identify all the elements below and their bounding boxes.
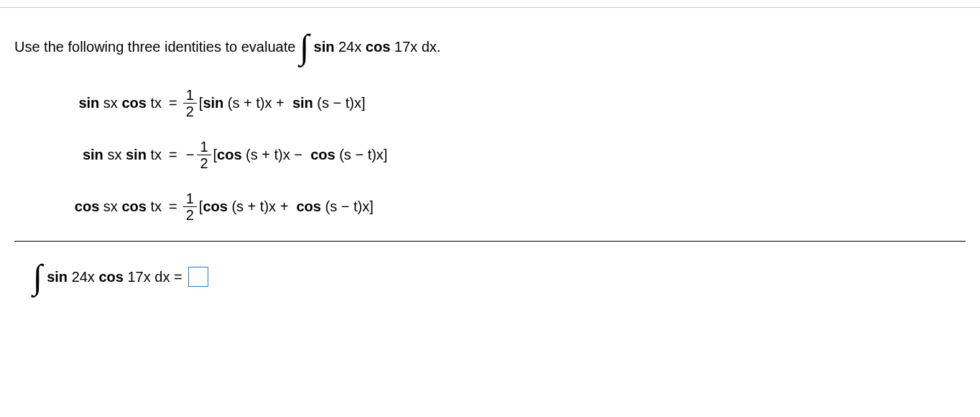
rhs-arg1: (s + t)x	[246, 147, 290, 162]
equals-sign: =	[169, 147, 177, 163]
equals-sign: =	[169, 198, 177, 215]
lhs-fn2: cos	[121, 95, 146, 111]
lhs-mid1: sx	[103, 95, 118, 111]
prompt-fn-sin: sin	[314, 39, 335, 55]
one-half-fraction: 1 2	[183, 191, 197, 222]
rhs-arg2: (s − t)x	[317, 95, 361, 111]
answer-dx: dx	[154, 269, 170, 285]
answer-fn-cos: cos	[98, 269, 123, 285]
rhs-fn1: cos	[203, 198, 227, 214]
fraction-denominator: 2	[183, 207, 197, 222]
rhs-op: +	[280, 198, 289, 214]
answer-arg-24x: 24x	[72, 269, 95, 285]
lhs-mid2: tx	[150, 198, 162, 214]
prompt-integrand: sin 24x cos 17x dx.	[314, 39, 441, 55]
answer-input[interactable]	[188, 267, 208, 287]
lhs-fn1: cos	[75, 198, 99, 214]
lhs-fn2: cos	[121, 198, 146, 214]
prompt-arg-24x: 24x	[338, 39, 361, 55]
rhs-fn1: sin	[203, 95, 223, 111]
one-half-fraction: 1 2	[197, 139, 211, 170]
identity-row: sin sx sin tx = − 1 2 [cos (s + t)x − co…	[47, 137, 966, 172]
fraction-numerator: 1	[197, 139, 211, 155]
rhs-arg1: (s + t)x	[231, 198, 276, 214]
prompt-line: Use the following three identities to ev…	[14, 29, 966, 64]
integral-icon: ∫	[300, 29, 309, 64]
identity-rhs: [cos (s + t)x + cos (s − t)x]	[199, 198, 374, 215]
fraction-denominator: 2	[183, 104, 197, 119]
answer-arg-17x: 17x	[127, 269, 150, 285]
lhs-mid2: tx	[150, 147, 162, 162]
identity-lhs: sin sx cos tx	[47, 95, 162, 111]
identity-rhs: [sin (s + t)x + sin (s − t)x]	[199, 95, 366, 111]
rhs-arg1: (s + t)x	[228, 95, 272, 111]
identity-lhs: cos sx cos tx	[47, 198, 162, 215]
answer-equals: =	[174, 269, 182, 285]
prompt-dx: dx.	[422, 39, 441, 55]
lhs-mid1: sx	[103, 198, 118, 214]
identity-lhs: sin sx sin tx	[47, 147, 162, 163]
fraction-numerator: 1	[183, 88, 197, 104]
lhs-fn1: sin	[83, 147, 103, 162]
lhs-fn1: sin	[78, 95, 99, 111]
fraction-numerator: 1	[183, 191, 197, 207]
answer-line: ∫ sin 24x cos 17x dx =	[29, 260, 966, 294]
rhs-arg2: (s − t)x	[339, 147, 384, 162]
equals-sign: =	[169, 95, 177, 111]
prompt-arg-17x: 17x	[394, 39, 417, 55]
negative-sign: −	[186, 147, 195, 163]
lhs-fn2: sin	[126, 147, 147, 162]
lhs-mid1: sx	[107, 147, 121, 162]
answer-fn-sin: sin	[47, 269, 68, 285]
rhs-fn2: cos	[310, 147, 335, 162]
rhs-fn2: cos	[296, 198, 320, 214]
answer-integrand: sin 24x cos 17x dx =	[47, 269, 182, 285]
identities-block: sin sx cos tx = 1 2 [sin (s + t)x + sin …	[47, 86, 966, 224]
identity-row: sin sx cos tx = 1 2 [sin (s + t)x + sin …	[47, 86, 966, 120]
identity-row: cos sx cos tx = 1 2 [cos (s + t)x + cos …	[47, 189, 966, 224]
identity-rhs: [cos (s + t)x − cos (s − t)x]	[213, 147, 388, 163]
one-half-fraction: 1 2	[183, 88, 197, 119]
lhs-mid2: tx	[150, 95, 162, 111]
integral-icon: ∫	[33, 260, 42, 294]
horizontal-rule	[14, 241, 966, 242]
rhs-op: −	[294, 147, 302, 162]
rhs-arg2: (s − t)x	[325, 198, 369, 214]
prompt-fn-cos: cos	[366, 39, 390, 55]
prompt-lead-text: Use the following three identities to ev…	[14, 39, 295, 55]
rhs-fn2: sin	[292, 95, 313, 111]
rhs-fn1: cos	[217, 147, 241, 162]
rhs-op: +	[276, 95, 285, 111]
fraction-denominator: 2	[197, 155, 211, 170]
question-content: Use the following three identities to ev…	[0, 8, 980, 308]
